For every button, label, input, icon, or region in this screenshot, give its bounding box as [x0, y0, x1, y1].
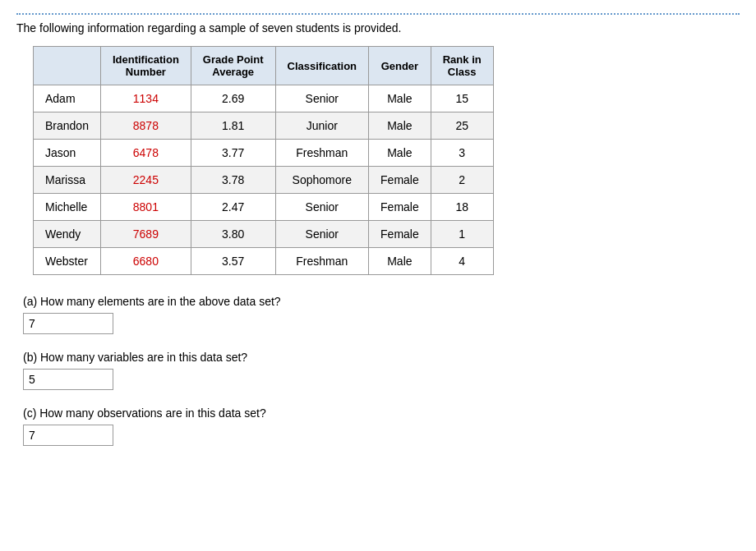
col-header-gender: Gender — [369, 47, 431, 85]
cell-gender: Male — [369, 248, 431, 275]
answer-input-1[interactable] — [23, 369, 113, 390]
cell-rank: 1 — [431, 221, 493, 248]
cell-rank: 18 — [431, 194, 493, 221]
cell-rank: 3 — [431, 140, 493, 167]
cell-rank: 15 — [431, 85, 493, 112]
table-row: Adam11342.69SeniorMale15 — [34, 85, 494, 112]
answer-input-0[interactable] — [23, 313, 113, 334]
cell-student: Wendy — [34, 221, 101, 248]
cell-student: Webster — [34, 248, 101, 275]
cell-gpa: 1.81 — [191, 112, 275, 140]
answer-input-2[interactable] — [23, 425, 113, 446]
cell-gender: Male — [369, 85, 431, 112]
cell-rank: 4 — [431, 248, 493, 275]
table-row: Jason64783.77FreshmanMale3 — [34, 140, 494, 167]
cell-id: 7689 — [100, 221, 191, 248]
table-row: Michelle88012.47SeniorFemale18 — [34, 194, 494, 221]
cell-classification: Senior — [275, 221, 369, 248]
question-block-0: (a) How many elements are in the above d… — [23, 295, 740, 334]
cell-classification: Senior — [275, 85, 369, 112]
cell-rank: 25 — [431, 112, 493, 140]
col-header-rank: Rank inClass — [431, 47, 493, 85]
cell-gpa: 3.80 — [191, 221, 275, 248]
cell-id: 6478 — [100, 140, 191, 167]
cell-classification: Freshman — [275, 248, 369, 275]
cell-gender: Female — [369, 194, 431, 221]
cell-student: Brandon — [34, 112, 101, 140]
cell-id: 8878 — [100, 112, 191, 140]
table-row: Wendy76893.80SeniorFemale1 — [34, 221, 494, 248]
cell-id: 6680 — [100, 248, 191, 275]
question-text-1: (b) How many variables are in this data … — [23, 351, 740, 364]
cell-id: 8801 — [100, 194, 191, 221]
cell-gpa: 3.78 — [191, 167, 275, 194]
cell-student: Marissa — [34, 167, 101, 194]
cell-gender: Male — [369, 112, 431, 140]
intro-text: The following information regarding a sa… — [16, 13, 740, 34]
cell-classification: Sophomore — [275, 167, 369, 194]
cell-rank: 2 — [431, 167, 493, 194]
cell-id: 2245 — [100, 167, 191, 194]
cell-gender: Female — [369, 221, 431, 248]
question-text-0: (a) How many elements are in the above d… — [23, 295, 740, 308]
cell-classification: Senior — [275, 194, 369, 221]
question-block-2: (c) How many observations are in this da… — [23, 406, 740, 446]
table-row: Brandon88781.81JuniorMale25 — [34, 112, 494, 140]
col-header-student — [34, 47, 101, 85]
cell-classification: Freshman — [275, 140, 369, 167]
table-row: Webster66803.57FreshmanMale4 — [34, 248, 494, 275]
question-text-2: (c) How many observations are in this da… — [23, 406, 740, 420]
cell-gpa: 3.77 — [191, 140, 275, 167]
cell-gender: Female — [369, 167, 431, 194]
cell-classification: Junior — [275, 112, 369, 140]
cell-student: Jason — [34, 140, 101, 167]
col-header-classification: Classification — [275, 47, 369, 85]
col-header-gpa: Grade PointAverage — [191, 47, 275, 85]
table-row: Marissa22453.78SophomoreFemale2 — [34, 167, 494, 194]
question-block-1: (b) How many variables are in this data … — [23, 351, 740, 390]
data-table-wrapper: IdentificationNumber Grade PointAverage … — [33, 46, 740, 275]
cell-id: 1134 — [100, 85, 191, 112]
cell-student: Adam — [34, 85, 101, 112]
student-data-table: IdentificationNumber Grade PointAverage … — [33, 46, 494, 275]
col-header-id: IdentificationNumber — [100, 47, 191, 85]
cell-gpa: 2.47 — [191, 194, 275, 221]
cell-gpa: 3.57 — [191, 248, 275, 275]
cell-gpa: 2.69 — [191, 85, 275, 112]
cell-gender: Male — [369, 140, 431, 167]
cell-student: Michelle — [34, 194, 101, 221]
